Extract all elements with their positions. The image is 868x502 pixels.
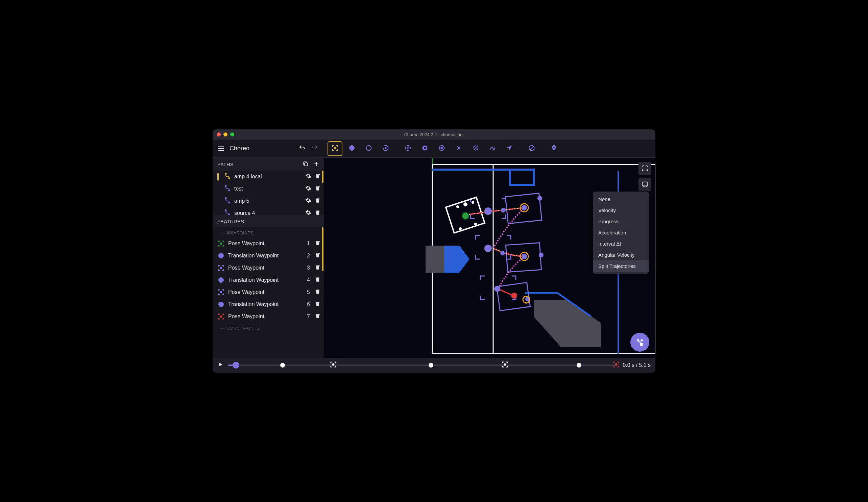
waypoint-delete-button[interactable] (315, 252, 321, 260)
no-sync-tool[interactable] (468, 141, 483, 156)
svg-point-55 (500, 251, 505, 255)
svg-rect-40 (425, 245, 444, 273)
app-name: Choreo (229, 145, 295, 152)
forbid-tool[interactable] (524, 141, 539, 156)
waypoint-item[interactable]: Translation Waypoint 6 (213, 298, 324, 311)
svg-point-50 (462, 212, 469, 219)
path-settings-button[interactable] (305, 197, 311, 205)
timeline-track[interactable] (228, 365, 618, 366)
waypoint-label: Pose Waypoint (228, 241, 300, 247)
path-delete-button[interactable] (315, 185, 321, 192)
timeline-marker[interactable] (330, 361, 337, 369)
path-item[interactable]: amp 4 local (213, 170, 324, 183)
heading-tool[interactable] (401, 141, 415, 156)
path-icon (224, 209, 231, 215)
close-window-button[interactable] (217, 133, 221, 136)
timeline-marker[interactable] (577, 363, 581, 367)
waypoint-label: Translation Waypoint (228, 253, 300, 259)
svg-point-60 (521, 205, 527, 210)
waypoint-item[interactable]: Pose Waypoint 7 (213, 311, 324, 323)
spline-icon (489, 145, 496, 153)
nosync-icon (472, 145, 479, 153)
waypoint-delete-button[interactable] (315, 301, 321, 308)
pin-tool[interactable] (547, 141, 561, 156)
rotate-tool[interactable] (378, 141, 393, 156)
path-delete-button[interactable] (315, 197, 321, 205)
svg-point-22 (225, 186, 226, 187)
menu-item[interactable]: Interval Δt (593, 238, 649, 249)
svg-point-53 (537, 196, 542, 201)
waypoint-delete-button[interactable] (315, 313, 321, 320)
skip-tool[interactable] (451, 141, 466, 156)
timeline-thumb[interactable] (232, 362, 239, 368)
path-settings-button[interactable] (305, 185, 311, 192)
target-tool[interactable] (434, 141, 449, 156)
add-path-button[interactable] (313, 161, 319, 168)
maximize-window-button[interactable] (230, 133, 234, 136)
waypoint-item[interactable]: Pose Waypoint 5 (213, 286, 324, 298)
circle-fill-icon (349, 145, 355, 153)
waypoint-index: 4 (304, 277, 310, 283)
copy-path-button[interactable] (302, 161, 309, 168)
timeline-marker[interactable] (612, 361, 620, 369)
redo-button[interactable] (311, 144, 318, 153)
svg-rect-65 (642, 182, 648, 186)
path-settings-button[interactable] (305, 209, 311, 215)
path-item[interactable]: test (213, 183, 324, 195)
timeline-marker[interactable] (280, 363, 285, 367)
svg-rect-71 (640, 343, 643, 346)
translation-waypoint-tool[interactable] (344, 141, 359, 156)
waypoint-delete-button[interactable] (315, 276, 321, 284)
stop-tool[interactable] (417, 141, 432, 156)
fit-view-button[interactable] (639, 162, 651, 175)
undo-redo-group (298, 144, 318, 153)
path-delete-button[interactable] (315, 173, 321, 180)
waypoint-delete-button[interactable] (315, 289, 321, 296)
grid-toggle-button[interactable] (639, 178, 651, 191)
features-header: FEATURES (213, 215, 324, 227)
waypoint-delete-button[interactable] (315, 264, 321, 272)
spline-tool[interactable] (485, 141, 500, 156)
timeline-marker[interactable] (501, 361, 509, 369)
menu-item[interactable]: Angular Velocity (593, 249, 649, 260)
paths-list: amp 4 local test amp 5 source 4 (213, 170, 324, 215)
waypoint-item[interactable]: Translation Waypoint 4 (213, 274, 324, 286)
undo-button[interactable] (298, 144, 306, 153)
path-item[interactable]: amp 5 (213, 195, 324, 207)
traffic-lights (217, 133, 234, 136)
waypoints-list: WAYPOINTS Pose Waypoint 1 Translation Wa… (213, 227, 324, 358)
generate-button[interactable] (630, 333, 649, 352)
menu-item[interactable]: Progress (593, 216, 649, 227)
svg-point-24 (225, 198, 226, 199)
svg-rect-17 (304, 163, 308, 166)
menu-item[interactable]: Acceleration (593, 227, 649, 238)
menu-button[interactable] (217, 145, 225, 153)
menu-item[interactable]: None (593, 194, 649, 205)
empty-waypoint-tool[interactable] (361, 141, 376, 156)
waypoint-delete-button[interactable] (315, 240, 321, 247)
pose-box-icon (217, 240, 225, 247)
path-settings-button[interactable] (305, 173, 311, 180)
waypoint-item[interactable]: Pose Waypoint 1 (213, 238, 324, 250)
minimize-window-button[interactable] (224, 133, 227, 136)
play-button[interactable] (217, 362, 224, 369)
pose-waypoint-tool[interactable] (328, 141, 342, 156)
main-body: PATHS amp 4 local test amp 5 (213, 158, 655, 358)
path-name: source 4 (234, 210, 302, 215)
waypoint-item[interactable]: Translation Waypoint 2 (213, 250, 324, 262)
svg-point-57 (494, 286, 500, 292)
svg-rect-11 (441, 147, 443, 149)
canvas[interactable]: NoneVelocityProgressAccelerationInterval… (324, 158, 655, 358)
path-delete-button[interactable] (315, 209, 321, 215)
menu-item[interactable]: Velocity (593, 205, 649, 216)
nav-tool[interactable] (502, 141, 517, 156)
waypoint-item[interactable]: Pose Waypoint 3 (213, 262, 324, 274)
svg-marker-13 (507, 145, 512, 150)
waypoints-scrollbar[interactable] (322, 227, 323, 271)
path-icon (224, 185, 231, 193)
circle-fill-icon (217, 301, 225, 308)
waypoint-index: 5 (304, 289, 310, 295)
menu-item[interactable]: Split Trajectories (593, 260, 649, 272)
timeline-marker[interactable] (428, 363, 433, 367)
path-item[interactable]: source 4 (213, 207, 324, 215)
